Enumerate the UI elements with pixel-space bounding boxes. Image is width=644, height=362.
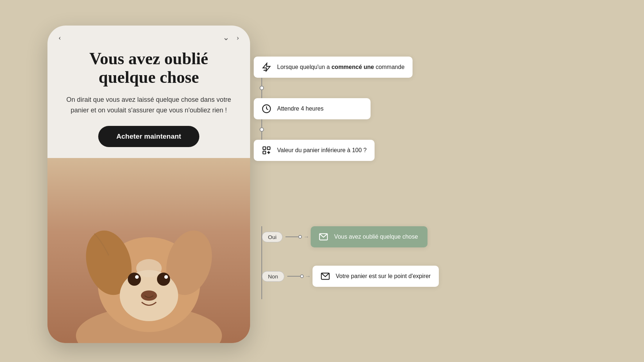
envelope-oui-icon: [319, 232, 328, 242]
dot-2: [260, 127, 264, 132]
line-4: [261, 132, 262, 140]
svg-point-10: [136, 259, 162, 277]
phone-content: Vous avez oublié quelque chose On dirait…: [47, 46, 250, 158]
condition-row: Valeur du panier inférieure à 100 ?: [254, 140, 473, 161]
down-arrow-icon[interactable]: ⌄: [223, 33, 229, 42]
line-2: [261, 90, 262, 98]
oui-node: Vous avez oublié quelque chose: [311, 226, 428, 247]
connector-1: [261, 78, 473, 98]
oui-dot: [298, 235, 302, 239]
connector-2: [261, 119, 473, 140]
condition-node: Valeur du panier inférieure à 100 ?: [254, 140, 375, 161]
branch-section: Oui → Vous avez oublié quelque chose Non…: [254, 226, 491, 305]
phone-title: Vous avez oublié quelque chose: [66, 50, 232, 86]
svg-point-6: [157, 273, 170, 286]
oui-arrow: →: [303, 234, 309, 240]
non-h-line: [287, 276, 300, 277]
branch-vertical-line: [261, 226, 262, 299]
clock-icon: [262, 104, 271, 113]
line-1: [261, 78, 262, 86]
svg-rect-16: [267, 147, 270, 150]
svg-marker-11: [263, 63, 270, 71]
oui-h-line: [285, 236, 298, 237]
branch-non: Non → Votre panier est sur le point d'ex…: [254, 266, 491, 287]
line-3: [261, 119, 262, 127]
phone-header: ‹ ⌄ ›: [47, 26, 250, 46]
non-label: Non: [262, 271, 284, 282]
wait-node: Attendre 4 heures: [254, 98, 371, 119]
svg-point-5: [128, 273, 141, 286]
wait-text: Attendre 4 heures: [277, 105, 323, 113]
oui-label: Oui: [262, 232, 283, 242]
svg-point-9: [141, 290, 157, 301]
phone-image-area: [47, 158, 250, 343]
forward-arrow-icon[interactable]: ›: [237, 33, 239, 42]
trigger-row: Lorsque quelqu'un a commencé une command…: [254, 57, 473, 78]
svg-point-7: [135, 275, 139, 279]
envelope-non-icon: [321, 272, 330, 281]
lightning-icon: [262, 62, 271, 72]
non-text: Votre panier est sur le point d'expirer: [336, 272, 431, 280]
non-node: Votre panier est sur le point d'expirer: [313, 266, 439, 287]
dog-svg: [61, 212, 237, 343]
branch-oui: Oui → Vous avez oublié quelque chose: [254, 226, 491, 247]
trigger-text: Lorsque quelqu'un a commencé une command…: [277, 63, 405, 71]
wait-row: Attendre 4 heures: [254, 98, 473, 119]
non-dot: [300, 274, 304, 278]
phone-subtitle: On dirait que vous avez laissé quelque c…: [66, 95, 232, 116]
non-arrow: →: [305, 273, 311, 280]
condition-text: Valeur du panier inférieure à 100 ?: [277, 146, 367, 154]
dog-image: [47, 158, 250, 343]
svg-point-8: [164, 275, 168, 279]
back-arrow-icon[interactable]: ‹: [58, 33, 61, 42]
trigger-node: Lorsque quelqu'un a commencé une command…: [254, 57, 413, 78]
cta-button[interactable]: Acheter maintenant: [98, 126, 199, 147]
oui-text: Vous avez oublié quelque chose: [334, 233, 418, 241]
svg-rect-15: [263, 147, 266, 150]
dot-1: [260, 86, 264, 90]
grid-icon: [262, 146, 271, 155]
svg-rect-17: [263, 151, 266, 154]
phone-nav-right: ⌄ ›: [223, 33, 239, 42]
workflow-diagram: Lorsque quelqu'un a commencé une command…: [254, 57, 473, 161]
phone-mockup: ‹ ⌄ › Vous avez oublié quelque chose On …: [47, 26, 250, 343]
